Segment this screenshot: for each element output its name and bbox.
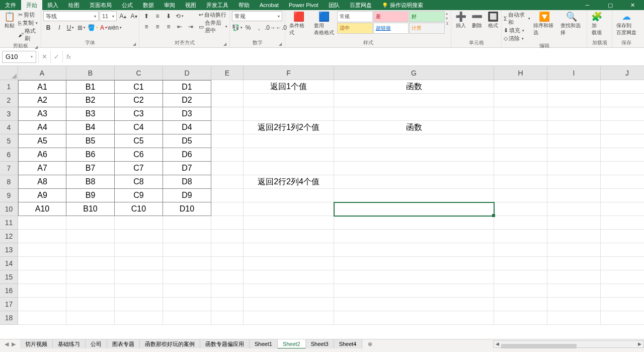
cell-D18[interactable] [163, 311, 211, 325]
align-middle-button[interactable]: ≡ [152, 11, 163, 21]
cell-D6[interactable]: D6 [163, 148, 211, 162]
sheet-nav-next[interactable]: ▶ [10, 341, 17, 347]
cell-J10[interactable] [601, 202, 644, 216]
cell-I11[interactable] [547, 216, 601, 230]
cell-G12[interactable] [334, 230, 494, 243]
sheet-tab-4[interactable]: 函数那些好玩的案例 [140, 339, 200, 349]
col-header-B[interactable]: B [66, 66, 115, 80]
cell-H6[interactable] [494, 148, 547, 162]
cell-B8[interactable]: B8 [66, 175, 115, 189]
cell-F13[interactable] [244, 243, 334, 257]
cell-B3[interactable]: B3 [66, 107, 115, 121]
cut-button[interactable]: ✂剪切 [18, 11, 39, 19]
increase-font-button[interactable]: A▴ [118, 11, 128, 21]
cell-J5[interactable] [601, 134, 644, 148]
cell-B15[interactable] [66, 270, 115, 284]
cell-I10[interactable] [547, 202, 601, 216]
maximize-button[interactable]: ▢ [599, 0, 621, 10]
cell-A12[interactable] [18, 230, 66, 243]
ribbon-tab-12[interactable]: Power Pivot [284, 0, 324, 10]
cell-I5[interactable] [547, 134, 601, 148]
cell-H13[interactable] [494, 243, 547, 257]
cell-J7[interactable] [601, 162, 644, 175]
cell-I17[interactable] [547, 298, 601, 311]
cell-G15[interactable] [334, 270, 494, 284]
cell-I3[interactable] [547, 107, 601, 121]
cell-G10[interactable] [334, 202, 494, 216]
cell-F6[interactable] [244, 148, 334, 162]
phonetic-button[interactable]: wén▾ [110, 23, 120, 33]
clipboard-launcher[interactable]: ◢ [35, 45, 38, 49]
cell-B1[interactable]: B1 [66, 80, 115, 94]
cell-C14[interactable] [115, 257, 163, 270]
align-bottom-button[interactable]: ⬇ [164, 11, 174, 21]
col-header-C[interactable]: C [115, 66, 163, 80]
cell-C15[interactable] [115, 270, 163, 284]
fill-handle[interactable] [492, 214, 495, 217]
indent-increase-button[interactable]: ⇥ [186, 22, 196, 32]
cell-F12[interactable] [244, 230, 334, 243]
cell-G18[interactable] [334, 311, 494, 325]
ribbon-tab-1[interactable]: 开始 [21, 0, 42, 10]
cell-A15[interactable] [18, 270, 66, 284]
cell-F17[interactable] [244, 298, 334, 311]
cell-F4[interactable]: 返回2行1列2个值 [244, 121, 334, 134]
cell-G17[interactable] [334, 298, 494, 311]
cell-A8[interactable]: A8 [18, 175, 66, 189]
cell-G13[interactable] [334, 243, 494, 257]
cell-J15[interactable] [601, 270, 644, 284]
decrease-font-button[interactable]: A▾ [129, 11, 139, 21]
cell-B4[interactable]: B4 [66, 121, 115, 134]
cell-F10[interactable] [244, 202, 334, 216]
row-header-17[interactable]: 17 [0, 298, 18, 311]
cell-F15[interactable] [244, 270, 334, 284]
cell-E2[interactable] [211, 94, 244, 107]
sheet-nav-prev[interactable]: ◀ [3, 341, 10, 347]
row-header-5[interactable]: 5 [0, 134, 18, 148]
minimize-button[interactable]: ─ [576, 0, 599, 10]
cell-D17[interactable] [163, 298, 211, 311]
cell-H11[interactable] [494, 216, 547, 230]
cell-B17[interactable] [66, 298, 115, 311]
cell-C8[interactable]: C8 [115, 175, 163, 189]
cell-B14[interactable] [66, 257, 115, 270]
fx-button[interactable]: fx [62, 51, 74, 63]
sheet-tab-8[interactable]: Sheet3 [306, 339, 334, 349]
cell-I15[interactable] [547, 270, 601, 284]
cell-I13[interactable] [547, 243, 601, 257]
cell-J18[interactable] [601, 311, 644, 325]
cell-B5[interactable]: B5 [66, 134, 115, 148]
baidu-save-button[interactable]: ☁保存到 百度网盘 [614, 11, 638, 37]
ribbon-tab-2[interactable]: 插入 [42, 0, 63, 10]
delete-cells-button[interactable]: ➖删除 [469, 11, 485, 30]
cell-H16[interactable] [494, 284, 547, 298]
formula-input[interactable] [74, 51, 644, 63]
close-button[interactable]: ✕ [621, 0, 644, 10]
tell-me-search[interactable]: 💡 操作说明搜索 [382, 2, 423, 9]
underline-button[interactable]: U▾ [65, 23, 75, 33]
ribbon-tab-14[interactable]: 百度网盘 [345, 0, 377, 10]
cell-J8[interactable] [601, 175, 644, 189]
font-launcher[interactable]: ◢ [133, 42, 136, 46]
cell-E5[interactable] [211, 134, 244, 148]
cell-A1[interactable]: A1 [18, 80, 66, 94]
ribbon-tab-13[interactable]: 团队 [324, 0, 345, 10]
cancel-formula-button[interactable]: ✕ [38, 51, 50, 63]
col-header-J[interactable]: J [601, 66, 644, 80]
cell-D16[interactable] [163, 284, 211, 298]
cell-D12[interactable] [163, 230, 211, 243]
cell-E12[interactable] [211, 230, 244, 243]
add-sheet-button[interactable]: ⊕ [365, 341, 375, 347]
ribbon-tab-11[interactable]: Acrobat [255, 0, 284, 10]
cell-B6[interactable]: B6 [66, 148, 115, 162]
cell-H17[interactable] [494, 298, 547, 311]
cell-J17[interactable] [601, 298, 644, 311]
cell-D4[interactable]: D4 [163, 121, 211, 134]
cell-I2[interactable] [547, 94, 601, 107]
cell-C7[interactable]: C7 [115, 162, 163, 175]
cell-F5[interactable] [244, 134, 334, 148]
col-header-G[interactable]: G [334, 66, 494, 80]
format-painter-button[interactable]: 🖌格式刷 [18, 27, 39, 42]
cell-G14[interactable] [334, 257, 494, 270]
cell-A13[interactable] [18, 243, 66, 257]
